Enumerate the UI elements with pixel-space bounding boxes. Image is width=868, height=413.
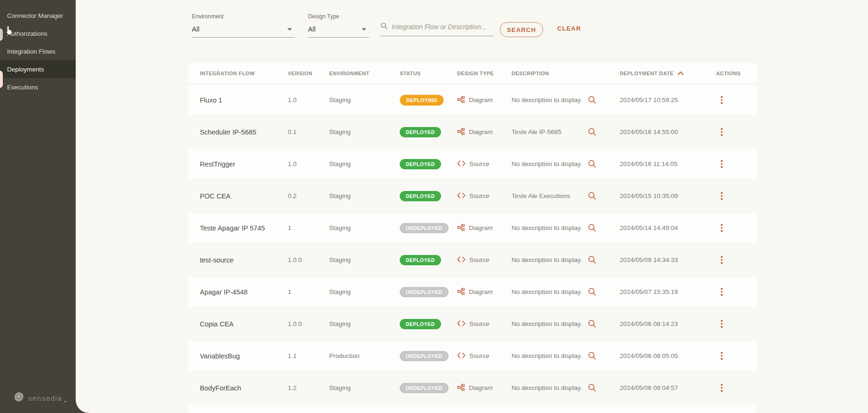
table-row[interactable]: Apagar IP-4548 1 Staging UNDEPLOYED (187, 276, 757, 308)
row-actions-menu-icon[interactable] (716, 160, 727, 168)
header-integration-flow: INTEGRATION FLOW (200, 71, 288, 76)
status-badge: UNDEPLOYED (400, 351, 449, 361)
row-actions-menu-icon[interactable] (716, 256, 727, 264)
row-version: 1.0 (288, 96, 329, 103)
diagram-icon (457, 224, 465, 232)
row-environment: Staging (329, 192, 400, 199)
row-actions-menu-icon[interactable] (716, 128, 727, 136)
sidebar-item-authorizations[interactable]: Authorizations (0, 24, 76, 42)
row-search-icon[interactable] (588, 127, 620, 136)
row-environment: Staging (329, 96, 400, 103)
row-search-icon[interactable] (588, 383, 620, 392)
row-actions-menu-icon[interactable] (716, 96, 727, 104)
row-actions-menu-icon[interactable] (716, 384, 727, 392)
row-status: DEPLOYING (400, 95, 457, 106)
row-environment: Staging (329, 384, 400, 391)
table-header-row: INTEGRATION FLOW VERSION ENVIRONMENT STA… (187, 63, 757, 84)
row-description: No description to display. (512, 384, 588, 391)
design-type-label: Design Type (308, 13, 369, 20)
status-badge: UNDEPLOYED (400, 383, 449, 393)
header-environment: ENVIRONMENT (329, 71, 400, 76)
row-search-icon[interactable] (588, 159, 620, 168)
sidebar-item-label: Authorizations (7, 30, 47, 37)
row-search-icon[interactable] (588, 287, 620, 296)
sidebar-nav: Connector ManagerAuthorizationsIntegrati… (0, 0, 76, 96)
row-flow-name: test-source (200, 256, 288, 264)
table-row[interactable]: Scheduler IP-5685 0.1 Staging DEPLOYED (187, 116, 757, 148)
design-type-label: Source (469, 256, 489, 263)
row-actions-menu-icon[interactable] (716, 320, 727, 328)
header-deployment-date[interactable]: DEPLOYMENT DATE (620, 71, 716, 76)
row-search-icon[interactable] (588, 319, 620, 328)
row-search-icon[interactable] (588, 95, 620, 104)
row-design-type: Source (457, 320, 512, 328)
row-description: No description to display. (512, 352, 588, 359)
status-badge: UNDEPLOYED (400, 223, 449, 233)
design-type-label: Source (469, 352, 489, 359)
table-body: Fluxo 1 1.0 Staging DEPLOYING Diagr (187, 84, 757, 404)
row-actions-menu-icon[interactable] (716, 192, 727, 200)
row-description: No description to display. (512, 256, 588, 263)
row-status: DEPLOYED (400, 159, 457, 169)
row-version: 0.1 (288, 128, 329, 135)
row-search-icon[interactable] (588, 255, 620, 264)
diagram-icon (457, 288, 465, 296)
table-row[interactable]: Fluxo 1 1.0 Staging DEPLOYING Diagr (187, 84, 757, 116)
row-search-icon[interactable] (588, 223, 620, 232)
sidebar-item-executions[interactable]: Executions (0, 78, 76, 96)
row-actions-menu-icon[interactable] (716, 352, 727, 360)
design-type-label: Diagram (469, 384, 493, 391)
row-flow-name: POC CEA (200, 192, 288, 200)
row-status: DEPLOYED (400, 319, 457, 329)
table-row[interactable]: Copia CEA 1.0.0 Staging DEPLOYED So (187, 308, 757, 340)
search-button[interactable]: SEARCH (500, 22, 543, 37)
source-code-icon (457, 352, 466, 360)
design-type-value: All (308, 25, 316, 33)
table-row[interactable]: test-source 1.0.0 Staging DEPLOYED (187, 244, 757, 276)
sidebar-item-connector-manager[interactable]: Connector Manager (0, 7, 76, 24)
row-design-type: Source (457, 352, 512, 360)
environment-select[interactable]: Environment All (192, 13, 295, 38)
row-environment: Staging (329, 160, 400, 167)
sidebar-item-deployments[interactable]: Deployments (0, 60, 76, 78)
search-input[interactable] (392, 23, 493, 31)
header-description: DESCRIPTION (512, 71, 588, 76)
source-code-icon (457, 320, 466, 328)
row-version: 1 (288, 288, 329, 295)
clear-button[interactable]: CLEAR (557, 25, 581, 32)
row-description: Teste Ale Executions (512, 192, 588, 199)
sort-ascending-icon[interactable] (677, 71, 684, 76)
table-row[interactable]: VariablesBug 1.1 Production UNDEPLOYED (187, 340, 757, 372)
design-type-select[interactable]: Design Type All (308, 13, 369, 38)
sidebar-item-label: Integration Flows (7, 48, 55, 55)
table-row[interactable]: Teste Apagar IP 5745 1 Staging UNDEPLOYE… (187, 212, 757, 244)
row-description: No description to display. (512, 224, 588, 231)
row-status: DEPLOYED (400, 191, 457, 201)
sidebar-item-integration-flows[interactable]: Integration Flows (0, 42, 76, 60)
row-search-icon[interactable] (588, 351, 620, 360)
source-code-icon (457, 192, 466, 200)
row-version: 1.0.0 (288, 256, 329, 263)
row-deployment-date: 2024/05/06 08:14:23 (620, 320, 716, 327)
row-actions-menu-icon[interactable] (716, 224, 727, 232)
row-description: Teste Ale IP-5685 (512, 128, 588, 135)
status-badge: DEPLOYED (400, 319, 441, 329)
row-deployment-date: 2024/05/15 10:35:09 (620, 192, 716, 199)
header-actions: ACTIONS (716, 71, 744, 76)
row-flow-name: Apagar IP-4548 (200, 288, 288, 296)
diagram-icon (457, 384, 465, 392)
search-icon (380, 22, 388, 32)
row-deployment-date: 2024/05/09 14:34:33 (620, 256, 716, 263)
table-row[interactable]: BodyForEach 1.2 Staging UNDEPLOYED (187, 372, 757, 404)
row-flow-name: Scheduler IP-5685 (200, 128, 288, 136)
row-deployment-date: 2024/05/16 11:14:05 (620, 160, 716, 167)
table-row[interactable]: POC CEA 0.2 Staging DEPLOYED Source (187, 180, 757, 212)
row-actions-menu-icon[interactable] (716, 288, 727, 296)
row-search-icon[interactable] (588, 191, 620, 200)
sensedia-logo-text: sensedia (28, 394, 62, 402)
sidebar-item-label: Executions (7, 84, 38, 91)
row-design-type: Source (457, 160, 512, 168)
row-status: UNDEPLOYED (400, 383, 457, 393)
table-row[interactable]: RestTrigger 1.0 Staging DEPLOYED So (187, 148, 757, 180)
row-description: No description to display. (512, 96, 588, 103)
